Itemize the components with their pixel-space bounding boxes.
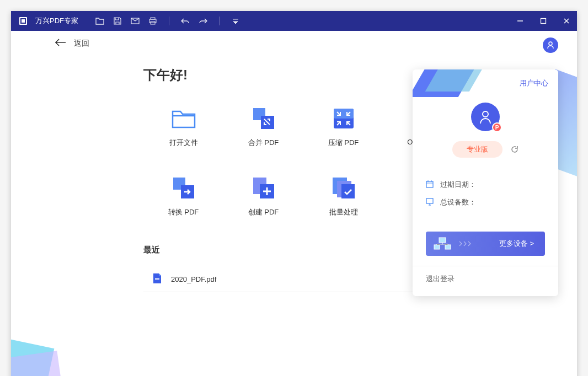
plan-badge-icon: P [492,122,502,132]
undo-icon[interactable] [180,16,190,26]
action-grid: 打开文件 合并 PDF 压缩 PDF [143,106,445,217]
recent-file-name: 2020_PDF.pdf [171,275,216,283]
recent-section-label: 最近 [143,245,445,255]
logout-button[interactable]: 退出登录 [413,266,558,296]
close-button[interactable] [562,16,571,26]
svg-rect-25 [426,181,433,187]
svg-point-23 [549,42,552,45]
action-label: 转换 PDF [168,207,199,217]
decoration-bottom-left [11,337,66,376]
svg-rect-22 [155,278,159,280]
plan-row: 专业版 [413,141,558,158]
monitor-icon [426,198,435,207]
compress-pdf-action[interactable]: 压缩 PDF [303,106,383,148]
action-label: 批量处理 [329,207,358,217]
content-area: 返回 下午好! 打开文件 合并 PDF [11,31,577,376]
maximize-button[interactable] [538,16,548,26]
convert-icon [171,175,196,201]
batch-icon [331,175,356,201]
app-title: 万兴PDF专家 [35,16,78,26]
toolbar-divider [219,17,220,25]
compress-icon [331,106,356,131]
decoration-top-right [555,69,577,180]
refresh-icon[interactable] [510,145,519,154]
menu-dropdown-icon[interactable] [231,16,240,26]
user-center-panel: 用户中心 P 专业版 过期日期： [413,69,558,296]
svg-rect-12 [334,109,354,119]
svg-rect-8 [541,19,546,24]
minimize-button[interactable] [515,16,525,26]
back-label[interactable]: 返回 [74,39,89,49]
toolbar [95,16,240,26]
convert-pdf-action[interactable]: 转换 PDF [143,175,223,217]
devices-row: 总设备数： [426,197,545,207]
print-icon[interactable] [148,16,158,26]
pdf-file-icon [152,273,163,285]
plan-badge: 专业版 [452,141,503,158]
action-label: 合并 PDF [248,138,279,148]
user-avatar-icon: P [471,103,500,131]
action-label: 创建 PDF [248,207,279,217]
mail-icon[interactable] [130,16,140,26]
merge-icon [251,106,276,131]
svg-rect-21 [341,184,355,198]
action-label: 压缩 PDF [328,138,359,148]
panel-header: 用户中心 [413,69,558,97]
more-devices-button[interactable]: 更多设备 > [426,232,545,256]
svg-rect-34 [445,245,451,249]
devices-network-icon [426,237,459,250]
app-window: 万兴PDF专家 [11,11,577,376]
toolbar-divider [169,17,169,25]
batch-process-action[interactable]: 批量处理 [303,175,383,217]
save-icon[interactable] [113,16,122,26]
open-folder-icon[interactable] [95,16,105,26]
create-pdf-action[interactable]: 创建 PDF [223,175,303,217]
window-controls [515,16,571,26]
back-row: 返回 [11,31,577,56]
app-logo-icon [17,14,30,28]
open-file-action[interactable]: 打开文件 [143,106,223,148]
svg-point-24 [483,111,488,117]
chevrons-icon [459,239,472,249]
calendar-icon [426,180,435,189]
devices-label: 总设备数： [440,197,476,207]
more-devices-label: 更多设备 > [478,239,545,249]
svg-rect-33 [434,245,440,249]
info-section: 过期日期： 总设备数： [413,169,558,226]
user-center-link[interactable]: 用户中心 [520,78,548,88]
avatar-section: P 专业版 [413,97,558,169]
recent-file-item[interactable]: 2020_PDF.pdf [143,266,445,292]
user-avatar-button[interactable] [543,37,558,53]
svg-rect-29 [426,198,433,203]
open-folder-icon [171,106,196,131]
merge-pdf-action[interactable]: 合并 PDF [223,106,303,148]
expiry-row: 过期日期： [426,180,545,190]
greeting-text: 下午好! [143,66,445,84]
create-icon [251,175,276,201]
action-label: 打开文件 [169,138,198,148]
expiry-label: 过期日期： [440,180,476,190]
back-arrow-icon[interactable] [55,39,66,49]
redo-icon[interactable] [198,16,208,26]
svg-rect-2 [22,19,25,23]
svg-rect-32 [439,238,446,243]
titlebar: 万兴PDF专家 [11,11,577,31]
